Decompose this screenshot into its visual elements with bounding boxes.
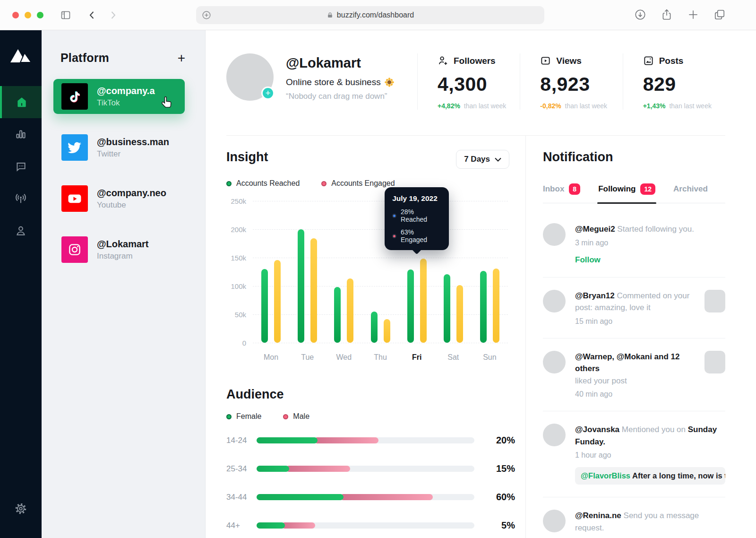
date-range-dropdown[interactable]: 7 Days xyxy=(456,150,509,169)
follow-button[interactable]: Follow xyxy=(575,255,601,265)
posts-icon xyxy=(643,55,654,66)
tab-following[interactable]: Following12 xyxy=(598,183,655,203)
stat-change: +1,43% xyxy=(643,102,666,110)
notification-item[interactable]: @Renina.ne Send you a message request.2 … xyxy=(543,497,725,538)
notification-item[interactable]: @Bryan12 Commented on your post: amazing… xyxy=(543,278,725,338)
notification-user: @Warnep, @Mokani and 12 others xyxy=(575,352,679,373)
account-handle: @business.man xyxy=(97,137,169,148)
stat-value: 8,923 xyxy=(540,73,618,95)
bar-reached-mon[interactable] xyxy=(261,269,268,343)
male-segment xyxy=(340,494,433,500)
tooltip-text: 63% Engaged xyxy=(401,228,441,243)
twitter-icon xyxy=(61,134,88,161)
notification-user: @Jovanska xyxy=(575,425,619,434)
legend-label: Accounts Engaged xyxy=(331,179,395,188)
bar-engaged-tue[interactable] xyxy=(310,238,317,343)
bar-reached-thu[interactable] xyxy=(371,312,378,343)
notification-time: 40 min ago xyxy=(575,390,698,399)
bar-reached-fri[interactable] xyxy=(407,269,414,343)
stat-followers: Followers4,300+4,82% than last week xyxy=(417,53,520,110)
x-axis-label-fri: Fri xyxy=(412,353,421,362)
sidebar-toggle-icon[interactable] xyxy=(60,9,71,21)
audience-track xyxy=(257,494,474,500)
legend-item: Male xyxy=(283,412,309,421)
forward-button[interactable] xyxy=(107,9,119,21)
x-axis-label-sat: Sat xyxy=(447,353,459,362)
notification-user: @Meguei2 xyxy=(575,225,615,234)
y-axis-tick: 0 xyxy=(242,339,246,347)
home-icon xyxy=(16,96,28,108)
audience-section: Audience FemaleMale 14-2420%25-3415%34-4… xyxy=(226,387,515,531)
address-bar[interactable]: buzzify.com/dashboard xyxy=(196,6,544,24)
platform-account-instagram[interactable]: @LokamartInstagram xyxy=(53,232,185,267)
views-icon xyxy=(540,55,551,66)
nav-profile[interactable] xyxy=(0,215,42,247)
chart-gridline xyxy=(253,201,508,201)
bar-reached-wed[interactable] xyxy=(334,287,341,343)
y-axis-tick: 200k xyxy=(231,226,246,234)
bar-engaged-thu[interactable] xyxy=(384,319,390,343)
zoom-window-button[interactable] xyxy=(37,12,43,18)
legend-label: Accounts Reached xyxy=(236,179,300,188)
close-window-button[interactable] xyxy=(12,12,19,18)
legend-item: Accounts Engaged xyxy=(321,179,395,188)
audience-track xyxy=(257,437,474,443)
downloads-icon[interactable] xyxy=(634,9,646,21)
stat-change-note: than last week xyxy=(668,102,712,110)
followers-icon xyxy=(438,55,448,66)
share-icon[interactable] xyxy=(661,9,673,21)
avatar xyxy=(543,351,566,373)
x-axis-label-sun: Sun xyxy=(483,353,496,362)
tab-inbox[interactable]: Inbox8 xyxy=(543,183,580,203)
account-handle: @company.neo xyxy=(97,188,166,199)
notification-item[interactable]: @Meguei2 Started following you.3 min ago… xyxy=(543,203,725,278)
chart-gridline xyxy=(253,229,508,230)
new-tab-icon[interactable] xyxy=(687,9,699,21)
nav-broadcast[interactable] xyxy=(0,182,42,215)
bar-engaged-sun[interactable] xyxy=(493,269,499,343)
platform-account-youtube[interactable]: @company.neoYoutube xyxy=(53,181,185,216)
chart-tooltip: July 19, 202228% Reached63% Engaged xyxy=(385,187,449,250)
platform-account-tiktok[interactable]: @company.aTikTok xyxy=(53,79,185,114)
add-platform-button[interactable]: + xyxy=(178,52,185,65)
bar-reached-sat[interactable] xyxy=(444,274,450,343)
legend-dot xyxy=(226,414,232,419)
platform-account-twitter[interactable]: @business.manTwitter xyxy=(53,130,185,165)
tab-archived[interactable]: Archived xyxy=(673,183,708,203)
notification-message: liked your post xyxy=(575,376,627,385)
minimize-window-button[interactable] xyxy=(25,12,31,18)
page-add-icon[interactable] xyxy=(201,10,212,20)
instagram-icon xyxy=(61,236,88,263)
add-story-badge[interactable]: + xyxy=(261,87,275,100)
nav-home[interactable] xyxy=(0,86,42,118)
y-axis-tick: 50k xyxy=(235,311,246,319)
nav-analytics[interactable] xyxy=(0,118,42,150)
settings-gear-icon[interactable] xyxy=(14,502,27,515)
traffic-lights xyxy=(12,12,43,18)
notification-item[interactable]: @Warnep, @Mokani and 12 othersliked your… xyxy=(543,338,725,412)
account-platform: Youtube xyxy=(97,200,166,210)
chart-gridline xyxy=(253,343,508,343)
tab-overview-icon[interactable] xyxy=(713,9,726,21)
bar-reached-tue[interactable] xyxy=(298,229,304,343)
main-content: + @Lokamart Online store & business “Nob… xyxy=(206,30,756,538)
legend-item: Female xyxy=(226,412,261,421)
male-segment xyxy=(314,437,378,443)
back-button[interactable] xyxy=(86,9,98,21)
tooltip-row: 63% Engaged xyxy=(392,228,441,243)
bar-reached-sun[interactable] xyxy=(480,271,487,343)
bar-engaged-wed[interactable] xyxy=(347,278,353,343)
audience-row-14-24: 14-2420% xyxy=(226,435,515,446)
notification-item[interactable]: @Jovanska Mentioned you on Sunday Funday… xyxy=(543,411,725,497)
tiktok-icon xyxy=(61,83,88,110)
audience-row-25-34: 25-3415% xyxy=(226,463,515,474)
bar-engaged-fri[interactable] xyxy=(420,259,427,343)
bar-engaged-sat[interactable] xyxy=(456,285,463,343)
x-axis-label-wed: Wed xyxy=(336,353,352,362)
audience-row-34-44: 34-4460% xyxy=(226,492,515,503)
account-platform: Instagram xyxy=(97,252,149,261)
age-group-label: 34-44 xyxy=(226,493,257,502)
broadcast-icon xyxy=(14,192,27,205)
bar-engaged-mon[interactable] xyxy=(274,260,281,343)
nav-messages[interactable] xyxy=(0,150,42,182)
